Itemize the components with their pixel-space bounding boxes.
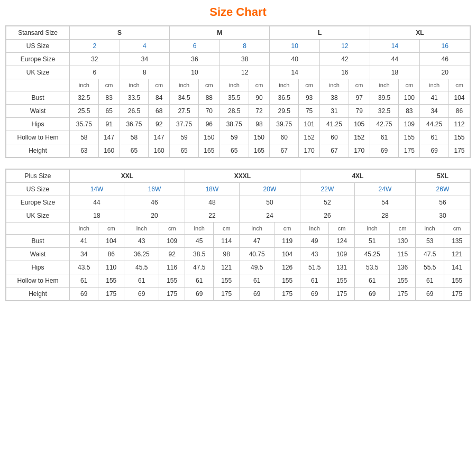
plus-bust-5: 114 bbox=[214, 235, 240, 248]
plus-eu-48: 48 bbox=[185, 196, 239, 209]
plus-waist-label: Waist bbox=[6, 248, 70, 261]
eu-36: 36 bbox=[170, 53, 220, 66]
std-waist-5: 70 bbox=[198, 105, 219, 118]
std-hollow-0: 58 bbox=[70, 131, 99, 144]
plus-us-20w: 20W bbox=[239, 183, 300, 196]
std-unit-4: inch bbox=[170, 79, 199, 91]
plus-hollow-7: 155 bbox=[274, 274, 300, 288]
std-unit-1: cm bbox=[98, 79, 120, 91]
std-hollow-1: 147 bbox=[98, 131, 120, 144]
std-bust-0: 32.5 bbox=[70, 91, 99, 105]
plus-bust-3: 109 bbox=[159, 235, 185, 248]
eu-44: 44 bbox=[370, 53, 420, 66]
plus-hollow-12: 61 bbox=[415, 274, 444, 288]
std-waist-7: 72 bbox=[249, 105, 270, 118]
eu-42: 42 bbox=[320, 53, 370, 66]
std-height-8: 67 bbox=[270, 144, 299, 157]
5xl-group: 5XL bbox=[415, 170, 470, 183]
us-2: 2 bbox=[70, 40, 120, 53]
plus-size-table: Plus Size XXL XXXL 4XL 5XL US Size 14W 1… bbox=[5, 169, 471, 301]
us-14: 14 bbox=[370, 40, 420, 53]
plus-unit-12: inch bbox=[415, 223, 444, 235]
standard-bust-row: Bust 32.5 83 33.5 84 34.5 88 35.5 90 36.… bbox=[6, 91, 470, 105]
plus-waist-4: 38.5 bbox=[185, 248, 213, 261]
std-bust-11: 97 bbox=[349, 91, 370, 105]
plus-uk-24: 24 bbox=[239, 209, 300, 223]
plus-waist-0: 34 bbox=[70, 248, 98, 261]
us-4: 4 bbox=[120, 40, 170, 53]
plus-waist-5: 98 bbox=[214, 248, 240, 261]
plus-height-2: 69 bbox=[124, 288, 159, 301]
std-waist-15: 86 bbox=[448, 105, 470, 118]
plus-height-4: 69 bbox=[185, 288, 213, 301]
plus-waist-6: 40.75 bbox=[239, 248, 274, 261]
std-hollow-12: 61 bbox=[370, 131, 399, 144]
plus-hips-2: 45.5 bbox=[124, 261, 159, 274]
us-16: 16 bbox=[420, 40, 470, 53]
std-hollow-7: 150 bbox=[249, 131, 270, 144]
plus-eu-54: 54 bbox=[354, 196, 415, 209]
plus-bust-1: 104 bbox=[98, 235, 124, 248]
waist-label: Waist bbox=[6, 105, 70, 118]
std-hollow-15: 155 bbox=[448, 131, 470, 144]
uk-20: 20 bbox=[420, 66, 470, 79]
plus-hips-1: 110 bbox=[98, 261, 124, 274]
plus-unit-row: inch cm inch cm inch cm inch cm inch cm … bbox=[6, 223, 470, 235]
plus-hips-5: 121 bbox=[214, 261, 240, 274]
plus-hips-4: 47.5 bbox=[185, 261, 213, 274]
plus-hollow-6: 61 bbox=[239, 274, 274, 288]
plus-unit-0: inch bbox=[70, 223, 98, 235]
hips-label: Hips bbox=[6, 118, 70, 131]
std-height-2: 65 bbox=[120, 144, 149, 157]
plus-us-size-row: US Size 14W 16W 18W 20W 22W 24W 26W bbox=[6, 183, 470, 196]
plus-hips-8: 51.5 bbox=[300, 261, 328, 274]
plus-height-5: 175 bbox=[214, 288, 240, 301]
plus-hollow-0: 61 bbox=[70, 274, 98, 288]
std-waist-6: 28.5 bbox=[219, 105, 249, 118]
std-height-13: 175 bbox=[399, 144, 420, 157]
uk-6: 6 bbox=[70, 66, 120, 79]
plus-bust-2: 43 bbox=[124, 235, 159, 248]
std-unit-3: cm bbox=[149, 79, 170, 91]
plus-hips-label: Hips bbox=[6, 261, 70, 274]
plus-unit-4: inch bbox=[185, 223, 213, 235]
plus-eu-56: 56 bbox=[415, 196, 470, 209]
standard-hips-row: Hips 35.75 91 36.75 92 37.75 96 38.75 98… bbox=[6, 118, 470, 131]
std-waist-3: 68 bbox=[149, 105, 170, 118]
plus-waist-1: 86 bbox=[98, 248, 124, 261]
4xl-group: 4XL bbox=[300, 170, 415, 183]
plus-waist-3: 92 bbox=[159, 248, 185, 261]
xxl-group: XXL bbox=[70, 170, 185, 183]
uk-16: 16 bbox=[320, 66, 370, 79]
plus-hollow-5: 155 bbox=[214, 274, 240, 288]
std-hollow-5: 150 bbox=[198, 131, 219, 144]
std-hips-4: 37.75 bbox=[170, 118, 199, 131]
std-hollow-2: 58 bbox=[120, 131, 149, 144]
standard-size-table: Stansard Size S M L XL US Size 2 4 6 8 1… bbox=[5, 25, 471, 158]
plus-waist-8: 43 bbox=[300, 248, 328, 261]
std-height-6: 65 bbox=[219, 144, 249, 157]
plus-eu-50: 50 bbox=[239, 196, 300, 209]
std-hips-5: 96 bbox=[198, 118, 219, 131]
std-waist-12: 32.5 bbox=[370, 105, 399, 118]
std-height-12: 69 bbox=[370, 144, 399, 157]
std-bust-4: 34.5 bbox=[170, 91, 199, 105]
std-hips-14: 44.25 bbox=[420, 118, 449, 131]
std-hollow-14: 61 bbox=[420, 131, 449, 144]
plus-hips-10: 53.5 bbox=[354, 261, 389, 274]
std-waist-8: 29.5 bbox=[270, 105, 299, 118]
std-height-7: 165 bbox=[249, 144, 270, 157]
standard-height-row: Height 63 160 65 160 65 165 65 165 67 17… bbox=[6, 144, 470, 157]
plus-bust-11: 130 bbox=[390, 235, 416, 248]
us-12: 12 bbox=[320, 40, 370, 53]
std-unit-9: cm bbox=[299, 79, 320, 91]
std-bust-6: 35.5 bbox=[219, 91, 249, 105]
std-height-11: 170 bbox=[349, 144, 370, 157]
us-10: 10 bbox=[270, 40, 320, 53]
std-bust-7: 90 bbox=[249, 91, 270, 105]
std-unit-8: inch bbox=[270, 79, 299, 91]
eu-40: 40 bbox=[270, 53, 320, 66]
std-height-3: 160 bbox=[149, 144, 170, 157]
std-unit-5: cm bbox=[198, 79, 219, 91]
plus-bust-label: Bust bbox=[6, 235, 70, 248]
